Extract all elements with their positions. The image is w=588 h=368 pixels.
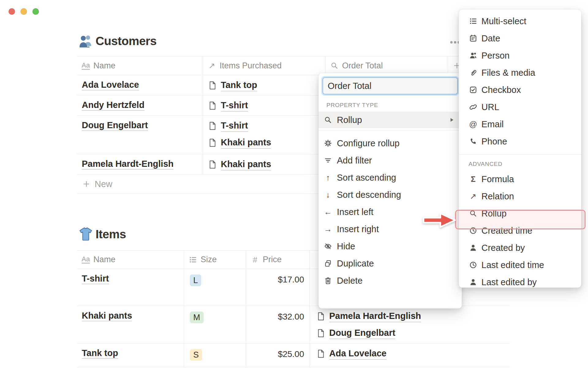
type-option-multi-select[interactable]: Multi-select [459, 13, 581, 30]
type-option-url[interactable]: URL [459, 98, 581, 116]
relation-chip[interactable]: Ada Lovelace [316, 347, 505, 360]
menu-item-label: Insert left [337, 207, 373, 217]
menu-item-configure-rollup[interactable]: Configure rollup [318, 135, 462, 152]
type-option-label: Last edited time [481, 260, 544, 270]
column-header-name[interactable]: AaName [77, 56, 203, 75]
property-name-input[interactable] [322, 77, 458, 94]
page-link[interactable]: Ada Lovelace [329, 348, 386, 360]
name-cell[interactable]: T-shirt [77, 269, 184, 306]
price-value: $17.00 [278, 275, 304, 284]
close-button[interactable] [9, 8, 15, 15]
page-icon [208, 121, 217, 130]
items-title: Items [96, 228, 126, 241]
type-option-date[interactable]: Date [459, 30, 581, 47]
price-cell[interactable]: $17.00 [246, 269, 309, 306]
page-link[interactable]: T-shirt [221, 100, 248, 112]
size-cell[interactable]: S [184, 343, 246, 367]
property-type-selected-row[interactable]: Rollup [318, 112, 462, 128]
type-option-person[interactable]: Person [459, 47, 581, 64]
name-cell[interactable]: Khaki pants [77, 306, 184, 343]
menu-item-delete[interactable]: Delete [318, 272, 462, 289]
purchased-by-cell[interactable]: Ada Lovelace [309, 343, 510, 367]
relation-icon: ↗ [207, 61, 217, 70]
page-link[interactable]: Andy Hertzfeld [82, 100, 145, 111]
type-option-phone[interactable]: Phone [459, 133, 581, 150]
relation-chip[interactable]: Khaki pants [208, 136, 320, 149]
name-cell[interactable]: Ada Lovelace [77, 75, 203, 95]
items-purchased-cell[interactable]: Tank top [203, 75, 325, 95]
page-link[interactable]: Khaki pants [82, 311, 132, 321]
type-option-last-edited-by[interactable]: Last edited by [459, 274, 581, 288]
size-cell[interactable]: M [184, 306, 246, 343]
type-option-formula[interactable]: ΣFormula [459, 171, 581, 188]
type-option-checkbox[interactable]: Checkbox [459, 81, 581, 98]
menu-item-label: Sort descending [337, 190, 401, 200]
relation-chip[interactable]: Tank top [208, 79, 320, 91]
type-option-label: Relation [481, 191, 514, 201]
size-tag[interactable]: L [190, 274, 201, 286]
purchased-by-cell[interactable]: Pamela Hardt-EnglishDoug Engelbart [309, 306, 510, 343]
name-cell[interactable]: Andy Hertzfeld [77, 95, 203, 115]
type-option-label: Person [481, 51, 510, 61]
page-link[interactable]: Doug Engelbart [82, 120, 148, 131]
relation-chip[interactable]: Pamela Hardt-English [316, 310, 505, 322]
type-option-last-edited-time[interactable]: Last edited time [459, 256, 581, 274]
column-header-label: Items Purchased [220, 61, 282, 71]
page-link[interactable]: Pamela Hardt-English [82, 159, 174, 170]
page-link[interactable]: Ada Lovelace [82, 80, 139, 90]
page-link[interactable]: T-shirt [221, 120, 248, 132]
page-link[interactable]: Khaki pants [221, 137, 271, 149]
minimize-button[interactable] [21, 8, 27, 15]
type-option-relation[interactable]: ↗Relation [459, 188, 581, 205]
type-option-label: Multi-select [481, 16, 526, 26]
column-header-price[interactable]: #Price [246, 251, 309, 269]
items-purchased-cell[interactable]: Khaki pants [203, 154, 325, 174]
relation-chip[interactable]: T-shirt [208, 99, 320, 112]
page-link[interactable]: Doug Engelbart [329, 327, 395, 339]
column-header-order-total[interactable]: Order Total [325, 56, 448, 75]
name-cell[interactable]: Pamela Hardt-English [77, 154, 203, 174]
name-cell[interactable]: Tank top [77, 343, 184, 367]
type-option-label: Formula [481, 174, 514, 184]
name-cell[interactable]: Doug Engelbart [77, 116, 203, 154]
page-link[interactable]: Tank top [221, 79, 257, 91]
column-header-label: Order Total [342, 61, 383, 71]
menu-item-hide[interactable]: Hide [318, 238, 462, 255]
type-option-label: Created by [481, 243, 525, 253]
size-tag[interactable]: S [190, 349, 202, 361]
items-purchased-cell[interactable]: T-shirt [203, 95, 325, 115]
menu-item-sort-descending[interactable]: ↓Sort descending [318, 186, 462, 203]
column-header-label: Price [263, 255, 282, 264]
type-option-email[interactable]: @Email [459, 116, 581, 133]
type-option-files-media[interactable]: Files & media [459, 64, 581, 81]
type-option-created-by[interactable]: Created by [459, 239, 581, 256]
page-link[interactable]: Pamela Hardt-English [329, 310, 421, 322]
relation-chip[interactable]: Khaki pants [208, 158, 320, 171]
relation-chip[interactable]: T-shirt [208, 120, 320, 132]
price-cell[interactable]: $25.00 [246, 343, 309, 367]
relation-chip[interactable]: Doug Engelbart [316, 327, 505, 339]
divider [318, 130, 462, 130]
files-icon [469, 68, 478, 77]
page-icon [208, 81, 217, 90]
type-option-label: Last edited by [481, 277, 537, 287]
column-header-name[interactable]: AaName [77, 251, 184, 269]
menu-item-label: Configure rollup [337, 138, 400, 148]
price-value: $25.00 [278, 349, 304, 359]
items-purchased-cell[interactable]: T-shirtKhaki pants [203, 116, 325, 154]
column-header-size[interactable]: Size [184, 251, 246, 269]
page-link[interactable]: Khaki pants [221, 159, 271, 171]
menu-item-add-filter[interactable]: Add filter [318, 152, 462, 169]
price-cell[interactable]: $32.00 [246, 306, 309, 343]
zoom-button[interactable] [32, 8, 39, 15]
page-link[interactable]: Tank top [82, 348, 118, 359]
property-type-value: Rollup [337, 115, 443, 125]
page-link[interactable]: T-shirt [82, 274, 109, 284]
size-cell[interactable]: L [184, 269, 246, 306]
menu-item-sort-ascending[interactable]: ↑Sort ascending [318, 169, 462, 186]
size-tag[interactable]: M [190, 312, 204, 323]
type-option-label: Files & media [481, 68, 535, 78]
trash-icon [323, 276, 333, 285]
menu-item-duplicate[interactable]: Duplicate [318, 255, 462, 272]
column-header-items-purchased[interactable]: ↗Items Purchased [203, 56, 325, 75]
